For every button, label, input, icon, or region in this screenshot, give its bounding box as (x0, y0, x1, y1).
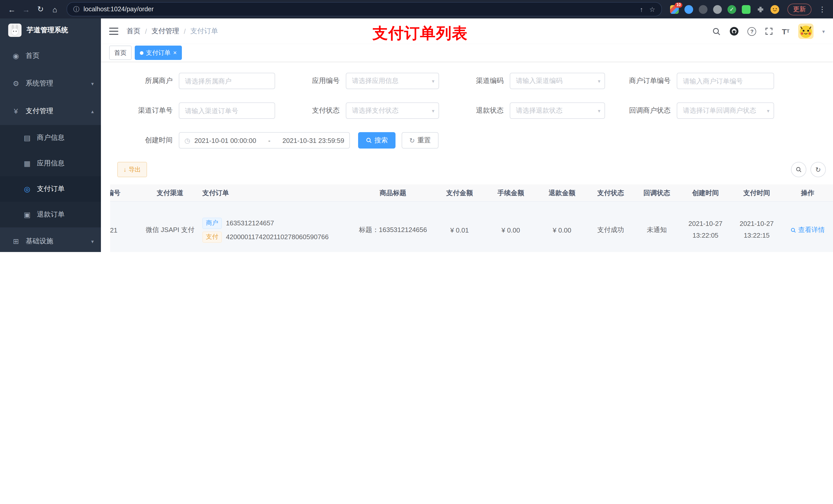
profile-avatar-icon[interactable] (770, 5, 779, 14)
chevron-down-icon: ▾ (91, 238, 94, 244)
chevron-down-icon: ▾ (598, 108, 600, 114)
pay-status-label: 支付状态 (289, 106, 346, 115)
breadcrumb-home[interactable]: 首页 (126, 27, 140, 36)
cell-action: 查看详情 (782, 201, 833, 252)
monitor-icon: ⊞ (11, 237, 21, 245)
browser-back-icon[interactable]: ← (5, 3, 19, 16)
cell-notify-status: 未通知 (634, 201, 680, 252)
chevron-down-icon: ▾ (598, 78, 600, 84)
cell-amount: ¥ 0.01 (434, 201, 485, 252)
cell-channel: 微信 JSAPI 支付 (142, 201, 198, 252)
chevron-down-icon[interactable]: ▾ (822, 28, 825, 34)
refund-status-select[interactable]: 请选择退款状态▾ (510, 102, 605, 119)
sidebar-item-merchant-info[interactable]: ▤ 商户信息 (0, 125, 101, 150)
url-text: localhost:1024/pay/order (84, 6, 154, 13)
merchant-tag: 商户 (203, 217, 222, 229)
col-fee: 手续金额 (485, 184, 537, 201)
search-button[interactable]: 搜索 (358, 132, 396, 148)
sidebar-item-infra[interactable]: ⊞ 基础设施 ▾ (0, 227, 101, 252)
github-icon[interactable] (730, 27, 739, 36)
payment-submenu: ▤ 商户信息 ▦ 应用信息 ◎ 支付订单 ▣ 退款订单 (0, 125, 101, 227)
create-time-range-picker[interactable]: ◷ 2021-10-01 00:00:00 - 2021-10-31 23:59… (179, 132, 350, 148)
page-header: 首页 / 支付管理 / 支付订单 支付订单列表 ? TT ▾ (101, 19, 833, 44)
channel-order-label: 渠道订单号 (110, 106, 179, 115)
active-tab-dot (140, 51, 143, 54)
orders-table: 编号 支付渠道 支付订单 商品标题 支付金额 手续金额 退款金额 支付状态 回调… (110, 184, 833, 252)
cell-pay-time: 2021-10-2713:22:15 (731, 201, 782, 252)
clock-icon: ◷ (185, 137, 190, 144)
col-id: 编号 (110, 184, 142, 201)
refresh-icon: ↻ (409, 137, 415, 144)
sidebar-collapse-icon[interactable] (109, 28, 118, 35)
channel-order-input[interactable] (179, 102, 275, 119)
tab-pay-order[interactable]: 支付订单 × (135, 46, 182, 60)
cell-fee: ¥ 0.00 (485, 201, 537, 252)
extension-dark-icon[interactable] (699, 5, 708, 14)
sidebar-item-pay-order[interactable]: ◎ 支付订单 (0, 176, 101, 202)
page-content: 所属商户 应用编号 请选择应用信息▾ 渠道编码 请输入渠道编码▾ 商户订单编号 (101, 62, 833, 252)
browser-menu-icon[interactable]: ⋮ (817, 5, 828, 13)
browser-update-button[interactable]: 更新 (787, 3, 811, 15)
chevron-down-icon: ▾ (767, 108, 769, 114)
create-time-label: 创建时间 (110, 136, 179, 145)
cell-id: 21 (110, 201, 142, 252)
help-icon[interactable]: ? (748, 27, 756, 35)
chevron-down-icon: ▾ (432, 108, 434, 114)
site-info-icon[interactable]: ⓘ (73, 5, 79, 14)
sidebar-item-refund-order[interactable]: ▣ 退款订单 (0, 202, 101, 227)
dashboard-icon: ◉ (11, 52, 21, 60)
pay-status-select[interactable]: 请选择支付状态▾ (346, 102, 439, 119)
chevron-down-icon: ▾ (432, 78, 434, 84)
extension-green-check-icon[interactable]: ✓ (728, 5, 736, 14)
cell-order: 商户1635312124657 支付4200001174202110278060… (198, 201, 352, 252)
chevron-down-icon: ▾ (91, 81, 94, 86)
app-id-select[interactable]: 请选择应用信息▾ (346, 73, 439, 89)
extension-gray-icon[interactable] (713, 5, 722, 14)
credit-card-icon: ▤ (23, 134, 32, 142)
sidebar-item-system[interactable]: ⚙ 系统管理 ▾ (0, 70, 101, 97)
extension-blue-icon[interactable] (685, 5, 693, 14)
search-icon[interactable] (712, 27, 721, 35)
gear-icon: ⚙ (11, 79, 21, 88)
browser-reload-icon[interactable]: ↻ (34, 3, 47, 16)
tab-home[interactable]: 首页 (109, 46, 132, 60)
download-icon: ↓ (123, 166, 126, 173)
app-id-label: 应用编号 (289, 76, 346, 86)
extension-pixel-icon[interactable]: 10 (670, 5, 679, 14)
channel-code-select[interactable]: 请输入渠道编码▾ (510, 73, 605, 89)
refresh-list-button[interactable]: ↻ (810, 162, 826, 177)
date-start: 2021-10-01 00:00:00 (194, 137, 256, 144)
extension-puzzle-icon[interactable] (756, 5, 765, 14)
merchant-label: 所属商户 (110, 76, 179, 86)
merchant-order-input[interactable] (677, 73, 774, 89)
cell-pay-status: 支付成功 (588, 201, 634, 252)
bookmark-star-icon[interactable]: ☆ (649, 5, 655, 13)
col-pay-time: 支付时间 (731, 184, 782, 201)
channel-code-label: 渠道编码 (453, 76, 510, 86)
fullscreen-icon[interactable] (765, 27, 773, 35)
col-notify-status: 回调状态 (634, 184, 680, 201)
sidebar-item-app-info[interactable]: ▦ 应用信息 (0, 150, 101, 176)
browser-home-icon[interactable]: ⌂ (48, 3, 62, 16)
browser-forward-icon[interactable]: → (20, 3, 33, 16)
share-icon[interactable]: ↑ (640, 5, 643, 13)
toggle-search-button[interactable] (791, 162, 806, 177)
export-button[interactable]: ↓ 导出 (117, 162, 147, 177)
sidebar-item-home[interactable]: ◉ 首页 (0, 42, 101, 70)
extension-chat-icon[interactable] (742, 5, 751, 14)
tags-view-bar: 首页 支付订单 × (101, 44, 833, 62)
screen: ← → ↻ ⌂ ⓘ localhost:1024/pay/order ↑ ☆ 1… (0, 0, 833, 252)
view-detail-link[interactable]: 查看详情 (790, 225, 825, 235)
reset-button[interactable]: ↻ 重置 (402, 132, 438, 148)
breadcrumb-payment[interactable]: 支付管理 (152, 27, 179, 36)
font-size-icon[interactable]: TT (782, 27, 789, 35)
table-header-row: 编号 支付渠道 支付订单 商品标题 支付金额 手续金额 退款金额 支付状态 回调… (110, 184, 833, 201)
merchant-input[interactable] (179, 73, 275, 89)
address-bar[interactable]: ⓘ localhost:1024/pay/order ↑ ☆ (67, 2, 662, 16)
sidebar-item-payment[interactable]: ¥ 支付管理 ▴ (0, 97, 101, 125)
user-avatar[interactable] (798, 24, 813, 39)
close-icon[interactable]: × (173, 49, 177, 56)
notify-status-select[interactable]: 请选择订单回调商户状态▾ (677, 102, 774, 119)
app-logo[interactable]: 芋道管理系统 (0, 19, 101, 42)
notify-status-label: 回调商户状态 (619, 106, 677, 115)
